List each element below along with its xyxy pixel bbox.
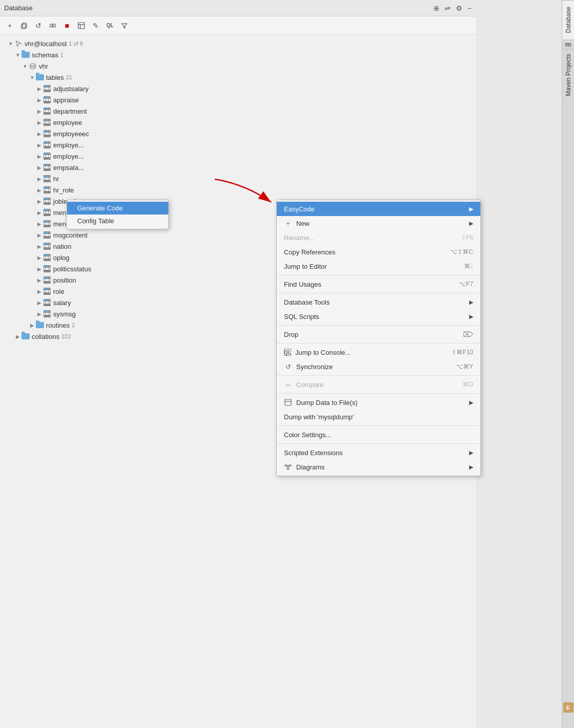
tree-schemas[interactable]: schemas 1 [0, 49, 476, 60]
jump-console-item[interactable]: QL Jump to Console... ⇧⌘F10 [277, 345, 480, 359]
stop-button[interactable]: ■ [60, 19, 74, 32]
table-name-21: sysmsg [53, 310, 76, 318]
table-icon [43, 130, 51, 138]
add-button[interactable]: + [3, 19, 16, 32]
globe-icon[interactable]: ⊕ [433, 4, 439, 12]
filter-button[interactable] [118, 19, 131, 32]
compare-icon: ↔ [284, 380, 292, 389]
compare-item[interactable]: ↔ Compare ⌘D [277, 377, 480, 392]
rename-item[interactable]: Rename... ⇧F6 [277, 230, 480, 245]
sql-scripts-label: SQL Scripts [284, 313, 319, 320]
database-tools-item[interactable]: Database Tools ▶ [277, 295, 480, 309]
scripted-extensions-item[interactable]: Scripted Extensions ▶ [277, 445, 480, 460]
e-icon[interactable]: E [563, 702, 573, 713]
tree-arrow [36, 176, 43, 182]
copy-references-label: Copy References [284, 248, 335, 256]
config-table-item[interactable]: Config Table [67, 215, 168, 227]
tree-arrow-tables [29, 75, 36, 80]
list-item[interactable]: hr [0, 173, 476, 184]
refresh-button[interactable]: ↺ [32, 19, 45, 32]
svg-point-5 [30, 63, 35, 66]
root-badge: 1 of 8 [69, 40, 83, 47]
m-tab[interactable]: m [562, 39, 575, 49]
sql-scripts-item[interactable]: SQL Scripts ▶ [277, 309, 480, 324]
tree-root[interactable]: vhr@localhost 1 of 8 [0, 38, 476, 49]
context-menu-1[interactable]: Generate Code Config Table [67, 200, 169, 229]
find-usages-item[interactable]: Find Usages ⌥F7 [277, 277, 480, 291]
color-settings-item[interactable]: Color Settings... [277, 427, 480, 442]
generate-code-item[interactable]: Generate Code [67, 202, 168, 215]
maven-tab-label: Maven Projects [565, 54, 572, 96]
root-label: vhr@localhost [25, 40, 67, 48]
synchronize-item[interactable]: ↺ Synchronize ⌥⌘Y [277, 359, 480, 374]
jump-editor-item[interactable]: Jump to Editor ⌘↓ [277, 259, 480, 273]
folder-collations-icon [21, 332, 30, 340]
copy-references-item[interactable]: Copy References ⌥⇧⌘C [277, 245, 480, 259]
sql-button[interactable]: QL [103, 19, 117, 32]
tree-tables[interactable]: tables 21 [0, 72, 476, 83]
tree-arrow [36, 187, 43, 193]
sql-scripts-left: SQL Scripts [284, 313, 319, 320]
table-icon [43, 186, 51, 194]
tree-arrow [36, 266, 43, 272]
tree-arrow [36, 300, 43, 306]
minimize-icon[interactable]: − [468, 4, 472, 12]
drop-item[interactable]: Drop ⌦ [277, 327, 480, 341]
list-item[interactable]: employeeec [0, 128, 476, 139]
tree-arrow [36, 244, 43, 249]
list-item[interactable]: empsala... [0, 162, 476, 173]
edit-button[interactable]: ✎ [89, 19, 102, 32]
sep8 [277, 443, 480, 444]
list-item[interactable]: hr_role [0, 184, 476, 196]
jump-console-shortcut: ⇧⌘F10 [451, 349, 473, 356]
list-item[interactable]: adjustsalary [0, 83, 476, 94]
list-item[interactable]: appraise [0, 94, 476, 105]
toolbar: + ↺ ■ ✎ QL [0, 16, 476, 35]
folder-schemas-icon [21, 51, 30, 59]
split-icon[interactable]: ⇌ [445, 4, 451, 12]
database-tools-label: Database Tools [284, 298, 329, 306]
tree-arrow-vhr [21, 63, 29, 69]
schemas-badge: 1 [60, 52, 63, 58]
dump-data-left: Dump Data to File(s) [284, 398, 358, 406]
tree-vhr[interactable]: vhr [0, 60, 476, 72]
synchronize-shortcut: ⌥⌘Y [456, 363, 473, 370]
table-name-5: employeeec [53, 130, 89, 138]
routines-badge: 2 [72, 322, 75, 328]
diagrams-item[interactable]: Diagrams ▶ [277, 460, 480, 474]
new-item[interactable]: + New ▶ [277, 216, 480, 230]
dump-data-arrow: ▶ [469, 399, 473, 406]
svg-rect-1 [23, 23, 27, 28]
context-menu-2[interactable]: EasyCode ▶ + New ▶ Rename... ⇧F6 Copy Re… [276, 200, 481, 476]
table-button[interactable] [75, 19, 88, 32]
tree-arrow [36, 97, 43, 103]
table-name-18: position [53, 276, 76, 284]
m-label: m [565, 40, 571, 48]
table-icon [43, 84, 51, 93]
dump-mysqldump-item[interactable]: Dump with 'mysqldump' [277, 410, 480, 424]
scripted-extensions-label: Scripted Extensions [284, 449, 343, 457]
schema-button[interactable] [46, 19, 59, 32]
copy-button[interactable] [17, 19, 31, 32]
easycode-header[interactable]: EasyCode ▶ [277, 202, 480, 216]
sync-icon: ↺ [284, 362, 292, 371]
maven-projects-tab[interactable]: Maven Projects [562, 49, 575, 100]
database-tab[interactable]: Database [562, 0, 575, 39]
list-item[interactable]: employee [0, 117, 476, 128]
color-settings-left: Color Settings... [284, 431, 332, 439]
table-icon [43, 197, 51, 205]
list-item[interactable]: department [0, 105, 476, 117]
table-name-7: employe... [53, 153, 84, 160]
tree-arrow [36, 289, 43, 294]
dump-data-item[interactable]: Dump Data to File(s) ▶ [277, 395, 480, 410]
compare-label: Compare [296, 381, 323, 389]
sep1 [277, 275, 480, 275]
list-item[interactable]: employe... [0, 139, 476, 151]
svg-rect-2 [78, 23, 84, 29]
title-bar-icons: ⊕ ⇌ ⚙ − [433, 4, 472, 12]
table-icon [43, 141, 51, 149]
gear-icon[interactable]: ⚙ [456, 4, 462, 12]
collations-label: collations [32, 333, 59, 340]
table-icon [43, 96, 51, 104]
list-item[interactable]: employe... [0, 151, 476, 162]
